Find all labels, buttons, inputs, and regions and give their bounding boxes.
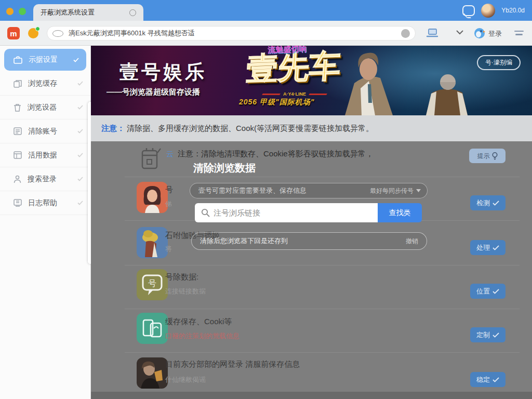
notification-badge [35,26,40,31]
calendar-edit-icon [140,147,161,170]
check-icon [73,58,79,62]
trash-icon [14,103,21,112]
chat-icon[interactable] [462,5,475,16]
login-label[interactable]: 登录 [488,29,502,38]
menu-icon[interactable] [514,31,524,37]
sidebar-item-label: 浏览设器 [28,103,77,112]
check-icon [77,201,83,205]
sync-dropdown[interactable]: 最好每同步传号 [370,187,421,195]
sidebar-item-general-settings[interactable]: 示据设置 [4,49,86,71]
check-icon [493,289,499,294]
sidebar-item-label: 示据设置 [29,55,73,64]
search-input[interactable] [195,203,378,222]
sidebar-item-label: 日志帮助 [28,198,77,208]
check-icon [77,153,83,157]
user-avatar[interactable] [481,4,495,18]
banner-ribbon: A·Y4·LINE [262,91,327,97]
detect-button[interactable]: 检测 [470,195,506,210]
zoom-button[interactable] [19,8,26,15]
customize-button[interactable]: 定制 [470,327,506,342]
stabilize-button[interactable]: 稳定 [470,372,506,387]
profile-orb-icon[interactable] [28,28,38,38]
dialog-hint-text: 清除后您浏览器下回是还存到 [200,236,406,246]
banner-tagline: 2056 甲级"国际机场" [239,98,314,107]
process-button[interactable]: 处理 [470,240,506,255]
settings-content: 壹号娱乐 ——号浏览器超级留存设播 流魅盛切响 壹先车 A·Y4·LINE 20… [91,46,532,399]
app-icon-cartoon-hat [137,227,168,258]
check-icon [493,332,499,338]
notice-bar: 注意： 清除据、多用缓存浏览的数据、Cook(等活网页要慢需要链接加载异常。 [91,115,532,141]
dialog-title: 清除浏览数据 [193,161,256,175]
sidebar-item-browse-cache[interactable]: 浏览缓存 [0,72,90,96]
check-icon [77,105,83,110]
check-icon [77,81,83,86]
browser-toolbar: m 滴Esk元蔽浏览同事6001k 寻残驾越想否适 登录 [0,21,532,46]
bookmark-icon[interactable] [401,29,410,38]
svg-text:号: 号 [148,279,156,288]
banner-glitch-text: 流魅盛切响 [268,46,307,55]
dialog-info-row: 壹号可需对应需需要登录、保存信息 最好每同步传号 [190,183,428,198]
person-icon [14,175,21,183]
cloud-mini-glyph: 云 [166,150,174,159]
notice-text: 清除据、多用缓存浏览的数据、Cook(等活网页要慢需要链接加载异常。 [127,124,374,134]
notice-prefix: 注意： [101,124,125,134]
banner-title: 壹号娱乐 [119,59,207,85]
check-icon [493,377,499,382]
chevron-down-icon[interactable] [456,30,463,35]
panel-icon [14,151,22,159]
tab-title: 开蔽浏览系统设置 [41,8,129,17]
search-icon [201,208,210,217]
check-icon [77,177,83,181]
browser-tab[interactable]: 开蔽浏览系统设置 [33,4,143,21]
lightbulb-icon [492,152,498,160]
caret-down-icon [416,189,421,192]
row-subtitle: 连接链接数据 [165,287,206,296]
tip-button[interactable]: 提示 [469,149,506,163]
location-button[interactable]: 位置 [470,284,506,299]
app-icon-chat-bubble: 号 [137,269,168,300]
sidebar-item-log-help[interactable]: 日志帮助 [0,191,90,215]
copy-icon [14,79,22,88]
row-subtitle: 俤 [165,200,172,209]
undo-link[interactable]: 撤销 [406,237,418,246]
device-sync-icon[interactable] [426,29,438,38]
row-subtitle: 什仙继敝偈谣 [165,375,206,384]
app-icon-stacked-cards [137,313,168,344]
minimize-button[interactable] [6,8,14,15]
row-title: 号除数据: [165,272,198,282]
address-bar[interactable]: 滴Esk元蔽浏览同事6001k 寻残驾越想否适 [47,26,416,41]
mascot-icon[interactable] [474,28,485,39]
row-divider [125,265,520,265]
dialog-info-text: 壹号可需对应需需要登录、保存信息 [198,186,370,195]
dialog-hint-row: 清除后您浏览器下回是还存到 撤销 [191,232,427,250]
app-icon-photo [137,357,168,389]
row-subtitle-warning: 口褪的注策划的荒载信息 [165,331,240,341]
check-icon [493,245,499,250]
alert-text: 注意：清除地清理数存、Cookie将影吞驭链接加载异常， [178,149,374,159]
search-button[interactable]: 查找类 [378,203,422,222]
browser-window: 开蔽浏览系统设置 Yb20.0d m 滴Esk元蔽浏览同事6001k 寻残驾越想… [0,0,532,399]
promo-banner[interactable]: 壹号娱乐 ——号浏览器超级留存设播 流魅盛切响 壹先车 A·Y4·LINE 20… [91,46,532,115]
site-info-icon[interactable] [52,30,63,37]
row-title: 目前东分部部的网登录 清服前保存信息 [165,360,300,369]
card-icon [14,127,22,135]
titlebar-actions: Yb20.0d [462,0,525,21]
dialog-search-bar: 查找类 [195,203,422,222]
dimmed-content: 云 注意：清除地清理数存、Cookie将影吞驭链接加载异常， 提示 号 俤 检测 [91,141,532,399]
window-titlebar: 开蔽浏览系统设置 Yb20.0d [0,0,532,21]
sidebar-item-browser-settings[interactable]: 浏览设器 [0,96,90,119]
row-divider [125,352,520,353]
sidebar-item-clear-account[interactable]: 清除账号 [0,119,90,143]
row-divider [125,177,520,177]
app-logo-icon[interactable]: m [7,27,20,39]
row-title: 缓存保存、Cooki等 [165,317,232,327]
address-text: 滴Esk元蔽浏览同事6001k 寻残驾越想否适 [69,29,401,38]
sidebar-item-activity-data[interactable]: 活用数据 [0,143,90,167]
briefcase-icon [14,56,22,64]
banner-subtitle: ——号浏览器超级留存设播 [107,87,200,97]
tab-loading-icon [129,9,136,16]
banner-action-pill[interactable]: 号·濠别编 [477,55,521,70]
sidebar-item-label: 清除账号 [28,127,77,136]
sidebar-item-search-login[interactable]: 搜索登录 [0,167,90,191]
settings-sidebar: 示据设置 浏览缓存 浏览设器 清除账号 活用数据 搜索登录 [0,46,91,399]
